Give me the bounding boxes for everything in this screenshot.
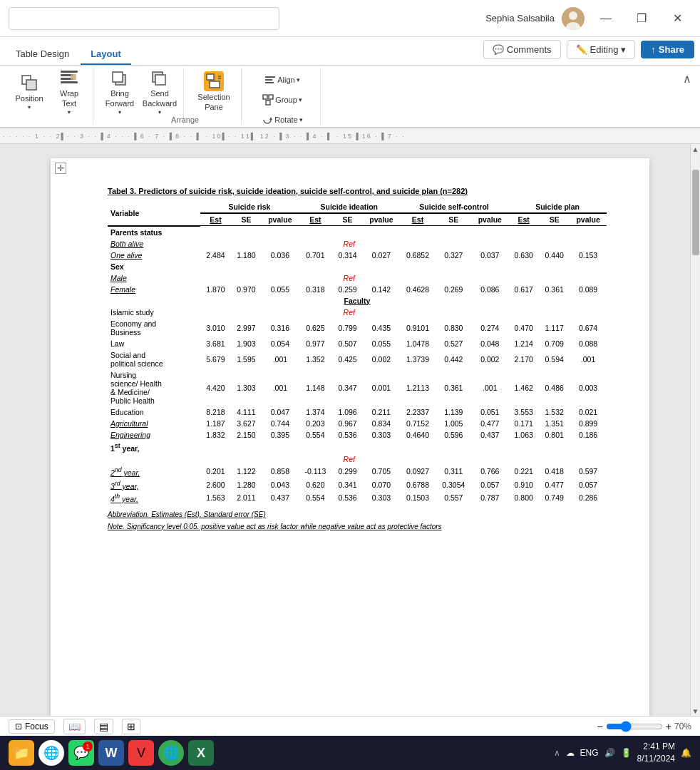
action-bar: 💬 Comments ✏️ Editing ▾ ↑ Share [483, 40, 694, 59]
taskbar-lang[interactable]: ENG [580, 748, 599, 758]
row-law-label: Law [108, 338, 200, 349]
share-button[interactable]: ↑ Share [641, 41, 694, 58]
scroll-down-arrow[interactable]: ▼ [691, 706, 700, 716]
doc-scroll-area[interactable]: ✛ Tabel 3. Predictors of suicide risk, s… [0, 144, 700, 716]
align-label: Align [277, 76, 294, 84]
table-row: Law 3.6811.9030.054 0.9770.5070.055 1.04… [108, 338, 607, 349]
taskbar-file-manager[interactable]: 📁 [9, 740, 34, 766]
send-backward-button[interactable]: Send Backward ▾ [142, 71, 177, 112]
sub-se1: SE [231, 213, 262, 226]
ref-both-alive: Ref [344, 240, 355, 248]
minimize-button[interactable]: — [592, 7, 620, 30]
rotate-button[interactable]: Rotate ▾ [250, 111, 314, 129]
tab-layout[interactable]: Layout [81, 44, 131, 65]
zoom-slider[interactable] [606, 721, 663, 732]
selection-pane-button[interactable]: Selection Pane [192, 71, 235, 112]
scroll-up-arrow[interactable]: ▲ [691, 144, 700, 154]
sub-est1: Est [200, 213, 231, 226]
ribbon-group-position: Position ▾ Wrap Text [6, 68, 93, 125]
sub-est3: Est [400, 213, 436, 226]
tab-table-design[interactable]: Table Design [6, 44, 79, 65]
editing-button[interactable]: ✏️ Editing ▾ [567, 40, 636, 59]
zoom-out-button[interactable]: − [597, 721, 603, 732]
app-window: Sephia Salsabila — ❐ ✕ Table Design Layo… [0, 0, 700, 770]
bring-forward-button[interactable]: Bring Forward ▾ [102, 71, 138, 112]
book-view-button[interactable]: 📖 [63, 719, 86, 734]
close-button[interactable]: ✕ [663, 7, 691, 30]
svg-rect-14 [207, 74, 214, 80]
scrollbar-vertical[interactable]: ▲ ▼ [690, 144, 700, 716]
taskbar-right: ∧ ☁ ENG 🔊 🔋 2:41 PM 8/11/2024 🔔 [554, 741, 691, 765]
align-button[interactable]: Align ▾ [250, 71, 314, 89]
table-row: Ref [108, 453, 607, 465]
table-row: Education 8.2184.1110.047 1.3741.0960.21… [108, 406, 607, 418]
category-sex: Sex [108, 261, 607, 272]
svg-rect-18 [265, 76, 275, 78]
share-icon: ↑ [651, 44, 656, 55]
table-row: 3rd year, 2.6001.2800.043 0.6200.3410.07… [108, 478, 607, 492]
pencil-icon: ✏️ [576, 44, 587, 55]
table-body: Parents status Both alive Ref One alive … [108, 226, 607, 505]
taskbar-whatsapp[interactable]: 💬 1 [68, 740, 94, 766]
svg-rect-23 [266, 101, 270, 105]
row-social-label: Social andpolitical science [108, 349, 200, 369]
sub-pval2: pvalue [363, 213, 400, 226]
focus-icon: ⊡ [15, 722, 22, 732]
scrollbar-thumb[interactable] [692, 170, 699, 255]
taskbar-vivaldi[interactable]: V [128, 740, 154, 766]
table-row: Both alive Ref [108, 238, 607, 250]
group-label: Group [275, 96, 297, 104]
time: 2:41 PM [637, 741, 675, 753]
sub-se2: SE [332, 213, 363, 226]
taskbar-volume-icon[interactable]: 🔊 [604, 748, 615, 758]
focus-button[interactable]: ⊡ Focus [9, 719, 55, 734]
table-row: Social andpolitical science 5.6791.595.0… [108, 349, 607, 369]
wrap-text-button[interactable]: Wrap Text ▾ [51, 71, 87, 112]
position-label: Position [15, 94, 43, 103]
col-suicide-risk-header: Suicide risk [200, 201, 299, 213]
taskbar-chrome-2[interactable]: 🌐 [158, 740, 184, 766]
taskbar-word[interactable]: W [98, 740, 124, 766]
taskbar-up-arrow[interactable]: ∧ [554, 748, 560, 758]
comment-icon: 💬 [493, 44, 504, 55]
zoom-level: 70% [674, 722, 691, 732]
comments-button[interactable]: 💬 Comments [483, 40, 561, 59]
chevron-down-icon: ▾ [621, 44, 626, 55]
web-view-button[interactable]: ⊞ [122, 719, 140, 734]
rotate-arrow: ▾ [299, 116, 303, 123]
category-1st-year: 1st year, [108, 441, 607, 454]
zoom-in-button[interactable]: + [666, 721, 671, 732]
search-input[interactable] [9, 7, 279, 30]
taskbar-left: 📁 🌐 💬 1 W V 🌐 [9, 740, 214, 766]
time-display: 2:41 PM 8/11/2024 [637, 741, 675, 765]
title-bar-right: Sephia Salsabila — ❐ ✕ [485, 7, 691, 30]
layout-view-button[interactable]: ▤ [94, 719, 113, 734]
send-backward-label2: Backward [143, 99, 177, 108]
collapse-ribbon-button[interactable]: ∧ [677, 68, 697, 88]
group-arrow: ▾ [299, 96, 302, 103]
sub-se3: SE [436, 213, 471, 226]
wrap-text-label: Wrap [60, 89, 78, 98]
svg-rect-19 [265, 79, 272, 81]
send-backward-arrow: ▾ [158, 109, 161, 115]
table-row: Faculty [108, 295, 607, 307]
position-button[interactable]: Position ▾ [11, 71, 47, 112]
row-education-label: Education [108, 406, 200, 418]
align-arrow: ▾ [297, 76, 300, 83]
status-left: ⊡ Focus 📖 ▤ ⊞ [9, 719, 140, 734]
group-button[interactable]: Group ▾ [250, 91, 314, 109]
table-move-handle[interactable]: ✛ [55, 163, 66, 174]
maximize-button[interactable]: ❐ [627, 7, 656, 30]
svg-rect-4 [26, 80, 36, 90]
date: 8/11/2024 [637, 753, 675, 765]
title-bar: Sephia Salsabila — ❐ ✕ [0, 0, 700, 37]
sub-est2: Est [299, 213, 332, 226]
taskbar-notification-icon[interactable]: 🔔 [681, 748, 691, 758]
bring-forward-arrow: ▾ [118, 109, 121, 115]
table-row: One alive 2.4841.1800.036 0.7010.3140.02… [108, 250, 607, 261]
taskbar-chrome[interactable]: 🌐 [38, 740, 64, 766]
footnote-1: Abbreviation. Estimates (Est). Standard … [108, 510, 607, 518]
taskbar-excel[interactable]: X [188, 740, 214, 766]
zoom-control: − + 70% [597, 721, 691, 732]
whatsapp-badge: 1 [83, 741, 93, 751]
